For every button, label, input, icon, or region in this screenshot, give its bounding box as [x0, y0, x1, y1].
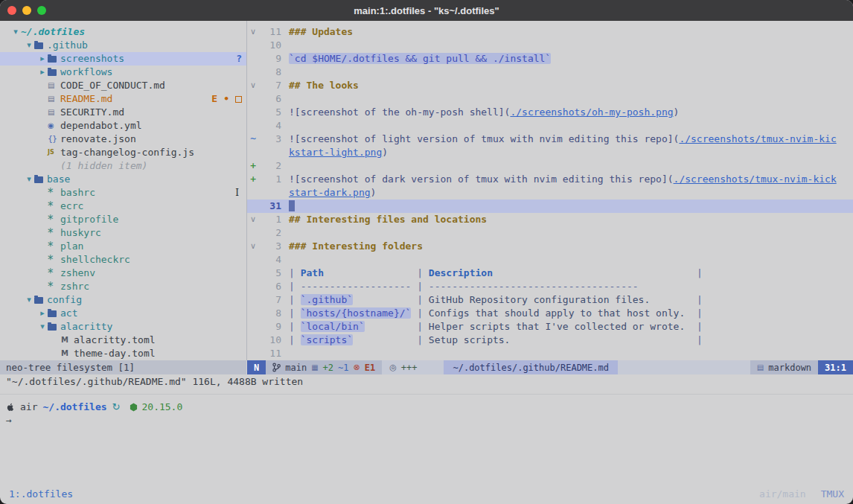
- editor-line[interactable]: ∨1## Interesting files and locations: [247, 213, 853, 226]
- markdown-icon: ▤: [48, 79, 60, 92]
- chevron-down-icon[interactable]: ▾: [37, 320, 48, 334]
- tree-item-zshrc[interactable]: *zshrc: [0, 280, 246, 293]
- editor-line[interactable]: ∨3### Interesting folders: [247, 240, 853, 253]
- shell-icon: *: [48, 213, 60, 226]
- editor-line[interactable]: +2: [247, 159, 853, 173]
- line-text: | `.github` | GitHub Repository configur…: [289, 293, 703, 307]
- close-button[interactable]: [7, 6, 16, 15]
- text-segment: |: [289, 294, 301, 305]
- cursor-position: 31:1: [818, 360, 853, 374]
- chevron-right-icon[interactable]: ▸: [37, 66, 48, 79]
- text-segment: |: [289, 267, 301, 278]
- sign-column: [247, 347, 259, 360]
- editor-line[interactable]: ∨11### Updates: [247, 25, 853, 39]
- tree-item-label: tag-changelog-config.js: [60, 146, 194, 159]
- editor-line[interactable]: 10| `scripts` | Setup scripts. |: [247, 334, 853, 347]
- tree-item-theme-day-toml[interactable]: Mtheme-day.toml: [0, 347, 246, 360]
- expander-spacer: [51, 334, 61, 347]
- tree-item-shellcheckrc[interactable]: *shellcheckrc: [0, 253, 246, 267]
- editor-line[interactable]: 4: [247, 119, 853, 133]
- tree-item-dependabot-yml[interactable]: ◉dependabot.yml: [0, 119, 246, 133]
- line-text: ### Updates: [289, 25, 353, 39]
- editor-line[interactable]: 10: [247, 39, 853, 52]
- tmux-window-name[interactable]: 1:.dotfiles: [9, 488, 73, 501]
- tree-item-zshenv[interactable]: *zshenv: [0, 267, 246, 280]
- tree-item-renovate-json[interactable]: {}renovate.json: [0, 133, 246, 146]
- tree-item-base[interactable]: ▾base: [0, 173, 246, 186]
- tree-item-config[interactable]: ▾config: [0, 293, 246, 307]
- text-segment: |: [417, 281, 429, 292]
- node-version-segment: 20.15.0: [130, 401, 182, 414]
- maximize-button[interactable]: [37, 6, 46, 15]
- tree-item-github[interactable]: ▾.github: [0, 39, 246, 52]
- tree-item-huskyrc[interactable]: *huskyrc: [0, 226, 246, 240]
- diagnostic-badge: •: [223, 92, 229, 106]
- tree-item-bashrc[interactable]: *bashrcI: [0, 186, 246, 200]
- editor-line[interactable]: start-dark.png): [247, 186, 853, 200]
- tree-item-act[interactable]: ▸act: [0, 307, 246, 320]
- editor-line[interactable]: ∨7## The looks: [247, 79, 853, 92]
- window-controls: [7, 0, 46, 21]
- editor-line[interactable]: 11: [247, 347, 853, 360]
- chevron-right-icon[interactable]: ▸: [37, 307, 48, 320]
- minimize-button[interactable]: [22, 6, 31, 15]
- editor-line[interactable]: 6: [247, 92, 853, 106]
- line-text: | `hosts/{hostname}/` | Configs that sho…: [289, 307, 703, 320]
- line-number: 2: [259, 226, 281, 240]
- tree-item-1-hidden-item[interactable]: (1 hidden item): [0, 159, 246, 173]
- tree-item-gitprofile[interactable]: *gitprofile: [0, 213, 246, 226]
- text-cursor-ibeam: I: [235, 186, 239, 200]
- sign-column: [247, 66, 259, 79]
- line-number: 7: [259, 79, 281, 92]
- shell-icon: *: [48, 253, 60, 267]
- tree-item-alacritty-toml[interactable]: Malacritty.toml: [0, 334, 246, 347]
- editor-line[interactable]: 5![screenshot of the oh-my-posh shell](.…: [247, 106, 853, 119]
- tree-item-tag-changelog-config-js[interactable]: JStag-changelog-config.js: [0, 146, 246, 159]
- tree-item-plan[interactable]: *plan: [0, 240, 246, 253]
- editor-line[interactable]: kstart-light.png): [247, 146, 853, 159]
- sign-column: [247, 293, 259, 307]
- editor-line[interactable]: 6| ------------------- | ---------------…: [247, 280, 853, 293]
- tree-item-screenshots[interactable]: ▸screenshots?: [0, 52, 246, 66]
- tree-item-dotfiles[interactable]: ▾~/.dotfiles: [0, 25, 246, 39]
- fold-chevron-icon: ∨: [247, 25, 259, 39]
- chevron-down-icon[interactable]: ▾: [24, 39, 34, 52]
- chevron-right-icon[interactable]: ▸: [37, 52, 48, 66]
- prompt-continuation[interactable]: →: [0, 414, 853, 427]
- editor-line[interactable]: 31: [247, 200, 853, 213]
- editor-line[interactable]: 5| Path | Description |: [247, 267, 853, 280]
- editor-line[interactable]: 9| `local/bin` | Helper scripts that I'v…: [247, 320, 853, 334]
- node-version: 20.15.0: [141, 401, 182, 414]
- editor-line[interactable]: 9`cd $HOME/.dotfiles && git pull && ./in…: [247, 52, 853, 66]
- line-number: 3: [259, 133, 281, 146]
- editor-line[interactable]: 4: [247, 253, 853, 267]
- editor-line[interactable]: 8| `hosts/{hostname}/` | Configs that sh…: [247, 307, 853, 320]
- expander-spacer: [37, 213, 48, 226]
- tree-item-code-of-conduct-md[interactable]: ▤CODE_OF_CONDUCT.md: [0, 79, 246, 92]
- tree-item-alacritty[interactable]: ▾alacritty: [0, 320, 246, 334]
- editor-line[interactable]: 2: [247, 226, 853, 240]
- tree-item-readme-md[interactable]: ▤README.mdE•: [0, 92, 246, 106]
- chevron-down-icon[interactable]: ▾: [24, 173, 34, 186]
- editor-line[interactable]: +1![screenshot of dark version of tmux w…: [247, 173, 853, 186]
- chevron-down-icon[interactable]: ▾: [24, 293, 34, 307]
- tree-item-ecrc[interactable]: *ecrc: [0, 200, 246, 213]
- sign-column: [247, 186, 259, 200]
- line-text: | `scripts` | Setup scripts. |: [289, 334, 703, 347]
- pane-horizontal-separator[interactable]: [0, 394, 853, 395]
- shell-icon: *: [48, 267, 60, 280]
- expander-spacer: [37, 200, 48, 213]
- chevron-down-icon[interactable]: ▾: [10, 25, 21, 39]
- shell-pane[interactable]: air ~/.dotfiles ↻ 20.15.0 →: [0, 401, 853, 427]
- expander-spacer: [37, 106, 48, 119]
- editor-line[interactable]: ~3![screenshot of light version of tmux …: [247, 133, 853, 146]
- tree-item-security-md[interactable]: ▤SECURITY.md: [0, 106, 246, 119]
- git-branch-name: main: [285, 361, 307, 374]
- tree-item-workflows[interactable]: ▸workflows: [0, 66, 246, 79]
- git-sync-icon: ↻: [112, 401, 121, 414]
- editor-line[interactable]: 7| `.github` | GitHub Repository configu…: [247, 293, 853, 307]
- sign-column: [247, 320, 259, 334]
- markdown-icon: ▤: [48, 106, 60, 119]
- editor-line[interactable]: 8: [247, 66, 853, 79]
- text-segment: ![screenshot of the oh-my-posh shell](: [289, 106, 510, 118]
